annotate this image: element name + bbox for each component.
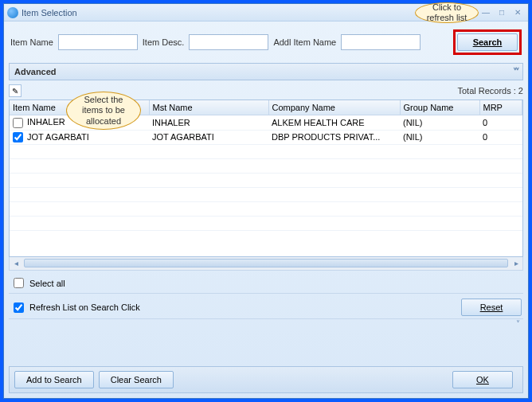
table-row [10, 145, 522, 159]
add-to-search-button[interactable]: Add to Search [14, 371, 94, 388]
cell-item-name: JOT AGARBATI [27, 132, 89, 142]
select-all-checkbox[interactable] [14, 278, 24, 288]
item-desc-input[interactable] [189, 34, 268, 50]
table-row [10, 174, 522, 188]
chevron-down-icon[interactable]: ˅ [9, 319, 523, 330]
col-group[interactable]: Group Name [400, 100, 479, 115]
window-title: Item Selection [22, 8, 479, 18]
cell-company: DBP PRODUCTS PRIVAT... [268, 130, 400, 145]
col-company[interactable]: Company Name [268, 100, 400, 115]
cell-item-name: INHALER [27, 117, 65, 127]
cell-mst-name: JOT AGARBATI [149, 130, 268, 145]
reset-button[interactable]: Reset [461, 299, 522, 316]
ok-button[interactable]: OK [452, 371, 513, 388]
maximize-button[interactable]: □ [495, 7, 509, 18]
refresh-on-search-checkbox[interactable] [14, 302, 24, 313]
col-mrp[interactable]: MRP [479, 100, 522, 115]
search-button[interactable]: Search [457, 33, 518, 51]
item-desc-label: Item Desc. [143, 37, 185, 47]
addl-name-input[interactable] [341, 34, 421, 50]
cell-group: (NIL) [400, 115, 479, 131]
horizontal-scrollbar[interactable]: ◂ ▸ [9, 257, 523, 271]
item-name-input[interactable] [58, 34, 138, 50]
cell-mrp: 0 [479, 115, 522, 131]
clear-search-button[interactable]: Clear Search [99, 371, 174, 388]
cell-mst-name: INHALER [149, 115, 268, 131]
table-row [10, 159, 522, 174]
callout-refresh: Click to refresh list [415, 2, 479, 23]
table-row[interactable]: JOT AGARBATI JOT AGARBATI DBP PRODUCTS P… [10, 130, 522, 145]
search-highlight: Search [453, 29, 522, 55]
row-checkbox[interactable] [13, 118, 23, 128]
app-icon [7, 7, 18, 18]
item-name-label: Item Name [10, 37, 53, 47]
refresh-on-search-row: Refresh List on Search Click Reset [9, 296, 523, 319]
addl-name-label: Addl Item Name [273, 37, 336, 47]
edit-icon[interactable]: ✎ [9, 84, 22, 97]
select-all-label: Select all [29, 279, 65, 288]
table-row [10, 217, 522, 231]
window: Item Selection — □ ✕ Click to refresh li… [3, 3, 529, 399]
table-row [10, 202, 522, 217]
row-checkbox[interactable] [13, 132, 23, 142]
select-all-row: Select all [9, 273, 523, 294]
cell-group: (NIL) [400, 130, 479, 145]
cell-company: ALKEM HEALTH CARE [268, 115, 400, 131]
callout-select: Select the items to be allocated [66, 92, 141, 130]
window-controls: — □ ✕ [479, 7, 525, 18]
scroll-right-icon[interactable]: ▸ [510, 257, 522, 269]
advanced-label: Advanced [14, 67, 57, 76]
minimize-button[interactable]: — [479, 7, 493, 18]
cell-mrp: 0 [479, 130, 522, 145]
scroll-thumb[interactable] [24, 259, 508, 267]
advanced-bar[interactable]: Advanced ˅˅ [9, 63, 523, 80]
close-button[interactable]: ✕ [510, 7, 525, 18]
table-row [10, 188, 522, 202]
search-row: Item Name Item Desc. Addl Item Name Sear… [4, 21, 528, 63]
col-mst-name[interactable]: Mst Name [149, 100, 268, 115]
bottom-bar: Add to Search Clear Search OK [9, 366, 523, 393]
scroll-left-icon[interactable]: ◂ [10, 257, 22, 269]
chevron-down-icon: ˅˅ [513, 67, 518, 77]
refresh-on-search-label: Refresh List on Search Click [29, 302, 140, 312]
total-records: Total Records : 2 [457, 86, 523, 96]
